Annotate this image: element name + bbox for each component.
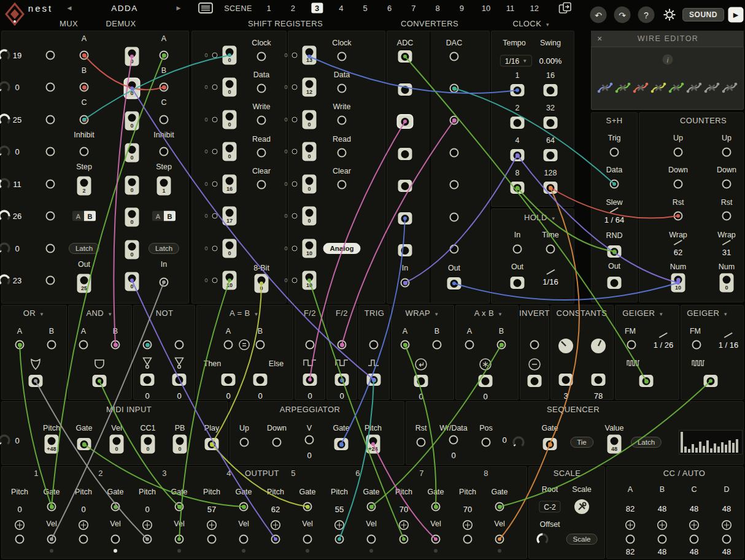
sr1-in-8[interactable] xyxy=(212,278,218,283)
sr2-clear-port[interactable] xyxy=(338,180,347,190)
counters-num-box-2[interactable]: 0 xyxy=(720,274,734,293)
outputs-pitch-mod-port-6[interactable] xyxy=(334,520,345,531)
outputs-vel-port-5[interactable] xyxy=(303,535,312,544)
mux-in-knob-1[interactable] xyxy=(0,48,12,63)
demux-out-out-box-3[interactable]: 0 xyxy=(125,112,139,131)
arp-pitch-box[interactable]: +24 xyxy=(366,435,380,454)
adc-bit-box-5[interactable] xyxy=(398,212,412,224)
midi-channel-knob[interactable] xyxy=(0,433,12,448)
sr1-data-port[interactable] xyxy=(257,84,266,93)
and-b-port[interactable] xyxy=(111,340,120,350)
seq-wrdata-port[interactable] xyxy=(449,435,458,445)
mux-in-port-6[interactable] xyxy=(46,212,55,221)
clock-div4-box[interactable] xyxy=(511,149,525,161)
sr2-in-5[interactable] xyxy=(292,182,298,187)
headers-or-header-dropdown-arrow-icon[interactable]: ▼ xyxy=(39,312,44,317)
arp-down-port[interactable] xyxy=(272,438,282,447)
not-out-box-1[interactable] xyxy=(141,374,155,386)
sr2-cell-6[interactable]: 0 xyxy=(303,207,317,226)
scene-tab-11[interactable]: 11 xyxy=(503,3,519,13)
invert-out-box[interactable] xyxy=(528,375,542,387)
sr1-cell-6[interactable]: 17 xyxy=(223,207,237,226)
sr1-clear-port[interactable] xyxy=(257,180,266,190)
mux-in-knob-2[interactable] xyxy=(0,80,12,94)
mux-in-port-3[interactable] xyxy=(46,115,55,125)
outputs-pitch-mod-port-7[interactable] xyxy=(398,520,409,531)
scene-tab-7[interactable]: 7 xyxy=(407,3,419,13)
outputs-gate-port-5[interactable] xyxy=(303,502,312,512)
counters-rst-port-2[interactable] xyxy=(722,212,731,221)
cc-a-mod-port[interactable] xyxy=(625,520,636,531)
scene-menu-icon[interactable] xyxy=(198,2,213,13)
sh-data-port[interactable] xyxy=(610,180,619,189)
sr1-in-1[interactable] xyxy=(212,53,218,58)
info-icon[interactable]: i xyxy=(663,55,673,65)
sound-button[interactable]: SOUND xyxy=(682,8,724,21)
geiger1-rate-value[interactable]: 1 / 26 xyxy=(654,340,674,350)
adc-bit-box-1[interactable] xyxy=(398,83,412,96)
outputs-vel-port-2[interactable] xyxy=(111,535,120,544)
clock-div32-box[interactable] xyxy=(544,117,558,129)
or-b-port[interactable] xyxy=(47,340,56,350)
sr2-in-7[interactable] xyxy=(292,246,298,251)
scene-tab-3[interactable]: 3 xyxy=(311,3,323,13)
adc-bit-box-3[interactable] xyxy=(398,148,412,160)
geiger2-rate-value[interactable]: 1 / 16 xyxy=(719,340,739,350)
outputs-gate-port-6[interactable] xyxy=(367,502,376,512)
constants-out-box-1[interactable] xyxy=(559,374,573,386)
seq-tie-button[interactable]: Tie xyxy=(570,437,593,448)
sr1-cell-4[interactable]: 0 xyxy=(223,142,237,161)
or-a-port[interactable] xyxy=(15,340,25,350)
sr2-cell-5[interactable]: 0 xyxy=(303,175,317,194)
mux-in-port-4[interactable] xyxy=(46,147,55,156)
sr2-in-2[interactable] xyxy=(292,85,298,90)
arp-gate-box[interactable] xyxy=(334,438,349,450)
scale-offset-knob[interactable] xyxy=(535,532,550,547)
outputs-vel-port-1[interactable] xyxy=(47,535,56,544)
geiger1-fm-port[interactable] xyxy=(627,340,636,350)
scene-tab-9[interactable]: 9 xyxy=(456,3,468,13)
outputs-gate-port-1[interactable] xyxy=(47,502,56,512)
mux-ab-toggle-b[interactable]: B xyxy=(84,211,96,221)
midi-play-box[interactable] xyxy=(205,438,219,450)
outputs-pitch-mod-port-4[interactable] xyxy=(206,520,217,531)
sh-trig-port[interactable] xyxy=(610,148,619,157)
scale-root-select[interactable]: C-2 xyxy=(539,501,560,513)
mux-in-knob-6[interactable] xyxy=(0,209,12,223)
cc-a-port[interactable] xyxy=(626,535,635,544)
seq-gate-box[interactable] xyxy=(543,438,557,450)
mux-in-port-2[interactable] xyxy=(46,83,55,92)
demux-c-port[interactable] xyxy=(160,115,169,125)
seq-step-display[interactable] xyxy=(679,430,743,455)
axb-b-port[interactable] xyxy=(497,340,506,350)
wrap-out-box[interactable] xyxy=(414,375,428,387)
sr2-write-port[interactable] xyxy=(338,116,347,125)
dac-bit-port-3[interactable] xyxy=(450,116,459,125)
mux-in-knob-5[interactable] xyxy=(0,177,12,191)
seq-latch-button[interactable]: Latch xyxy=(631,437,662,448)
dac-bit-port-5[interactable] xyxy=(450,180,459,190)
demux-inhibit-port[interactable] xyxy=(160,147,169,156)
geiger2-fm-port[interactable] xyxy=(692,340,701,350)
headers-wrap-header-dropdown-arrow-icon[interactable]: ▼ xyxy=(434,312,439,317)
scene-copy-icon[interactable] xyxy=(558,2,574,14)
not-out-box-2[interactable] xyxy=(172,374,187,386)
wire-color-toggle-8[interactable] xyxy=(722,80,738,96)
mux-ab-toggle-a[interactable]: A xyxy=(72,211,84,221)
mux-in-port-7[interactable] xyxy=(46,244,55,253)
dac-out-box[interactable] xyxy=(447,277,461,290)
or-out-box[interactable] xyxy=(29,375,43,387)
seq-pos-port[interactable] xyxy=(482,438,491,447)
sr2-in-4[interactable] xyxy=(292,149,298,155)
adc-bit-box-4[interactable] xyxy=(398,180,412,192)
cc-b-mod-port[interactable] xyxy=(657,520,668,531)
demux-b-port[interactable] xyxy=(160,83,169,92)
sh-rnd-box[interactable] xyxy=(608,245,622,258)
invert-in-port[interactable] xyxy=(530,340,539,350)
counters-down-port-1[interactable] xyxy=(674,180,683,189)
preset-next-button[interactable]: ▶ xyxy=(177,5,181,11)
sh-slew-value[interactable]: 1 / 64 xyxy=(604,215,625,224)
outputs-gate-port-8[interactable] xyxy=(495,502,504,512)
aeqb-a-port[interactable] xyxy=(224,340,233,350)
counters-rst-port-1[interactable] xyxy=(674,212,683,221)
